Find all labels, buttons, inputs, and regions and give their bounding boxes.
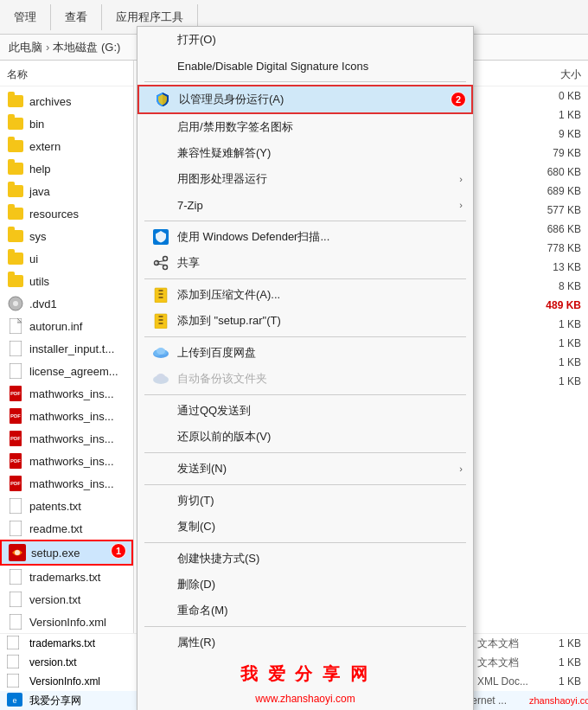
- file-item-pdf2[interactable]: PDF mathworks_ins...: [0, 405, 133, 427]
- menu-run-as-admin[interactable]: 以管理员身份运行(A) 2: [137, 85, 473, 114]
- svg-point-15: [163, 257, 168, 261]
- svg-rect-11: [10, 614, 22, 630]
- menu-create-shortcut[interactable]: 创建快捷方式(S): [137, 546, 473, 572]
- file-name-installer-input: installer_input.t...: [29, 342, 114, 355]
- menu-rename[interactable]: 重命名(M): [137, 598, 473, 624]
- menu-send-to[interactable]: 发送到(N) ›: [137, 456, 473, 482]
- file-item-utils[interactable]: utils: [0, 270, 133, 292]
- file-item-installer-input[interactable]: installer_input.t...: [0, 337, 133, 360]
- file-item-version[interactable]: version.txt: [0, 588, 133, 611]
- file-item-sys[interactable]: sys: [0, 225, 133, 247]
- file-item-setup[interactable]: setup.exe 1: [0, 540, 133, 566]
- name-versioninfo: VersionInfo.xml: [29, 675, 100, 688]
- rename-icon: [151, 602, 170, 619]
- menu-copy[interactable]: 复制(C): [137, 514, 473, 540]
- menu-rename-label: 重命名(M): [177, 603, 228, 618]
- file-name-ui: ui: [29, 253, 38, 265]
- menu-enable-digital[interactable]: 启用/禁用数字签名图标: [137, 114, 473, 140]
- menu-defender[interactable]: 使用 Windows Defender扫描...: [137, 224, 473, 250]
- file-item-readme[interactable]: readme.txt: [0, 517, 133, 540]
- menu-baidu-upload[interactable]: 上传到百度网盘: [137, 340, 473, 366]
- separator-5: [144, 394, 466, 395]
- file-item-java[interactable]: java: [0, 180, 133, 202]
- file-item-pdf1[interactable]: PDF mathworks_ins...: [0, 382, 133, 405]
- file-name-pdf1: mathworks_ins...: [29, 387, 114, 400]
- file-item-trademarks[interactable]: trademarks.txt: [0, 566, 133, 588]
- separator-6: [144, 452, 466, 453]
- menu-restore[interactable]: 还原以前的版本(V): [137, 424, 473, 450]
- file-item-pdf3[interactable]: PDF mathworks_ins...: [0, 427, 133, 450]
- menu-gpu[interactable]: 用图形处理器运行 ›: [137, 166, 473, 192]
- file-name-pdf5: mathworks_ins...: [29, 477, 114, 490]
- file-item-autorun[interactable]: autorun.inf: [0, 315, 133, 337]
- arrow-7zip: ›: [459, 200, 463, 210]
- separator-9: [144, 626, 466, 627]
- delete-icon: [151, 576, 170, 593]
- menu-auto-backup: 自动备份该文件夹: [137, 366, 473, 392]
- separator-1: [144, 81, 466, 82]
- file-item-resources[interactable]: resources: [0, 202, 133, 225]
- file-item-versioninfo[interactable]: VersionInfo.xml: [0, 611, 133, 633]
- file-item-help[interactable]: help: [0, 157, 133, 180]
- file-name-pdf3: mathworks_ins...: [29, 432, 114, 445]
- menu-qq-send[interactable]: 通过QQ发送到: [137, 398, 473, 424]
- watermark-text: 我 爱 分 享 网: [137, 656, 473, 693]
- svg-rect-9: [10, 569, 22, 585]
- menu-compat-label: 兼容性疑难解答(Y): [177, 145, 271, 161]
- baidu-cloud-icon: [151, 344, 170, 361]
- pdf-file-icon-2: PDF: [7, 407, 24, 425]
- xml-icon: [7, 613, 24, 630]
- folder-icon-archives: [7, 93, 24, 110]
- file-name-java: java: [29, 185, 50, 198]
- menu-properties[interactable]: 属性(R): [137, 630, 473, 656]
- text-file-icon-license: [7, 362, 24, 380]
- file-item-patents[interactable]: patents.txt: [0, 495, 133, 517]
- svg-point-17: [163, 265, 168, 270]
- watermark-url: www.zhanshaoyi.com: [137, 693, 473, 710]
- file-item-bin[interactable]: bin: [0, 112, 133, 135]
- menu-7zip[interactable]: 7-Zip ›: [137, 192, 473, 218]
- file-item-ui[interactable]: ui: [0, 247, 133, 270]
- svg-rect-21: [159, 290, 163, 291]
- folder-icon-bin: [7, 115, 24, 132]
- shortcut-icon: [151, 550, 170, 567]
- menu-open[interactable]: 打开(O): [137, 27, 473, 53]
- menu-share[interactable]: 共享: [137, 250, 473, 276]
- menu-delete[interactable]: 删除(D): [137, 572, 473, 598]
- icon-wafxw: e: [7, 693, 24, 709]
- txt-icon-version: [7, 591, 24, 608]
- menu-digital-sig-label: Enable/Disable Digital Signature Icons: [177, 60, 368, 73]
- text-file-icon-installer: [7, 340, 24, 357]
- separator-8: [144, 542, 466, 543]
- inf-file-icon: [7, 317, 24, 335]
- menu-add-rar[interactable]: 添加到 "setup.rar"(T): [137, 308, 473, 334]
- name-wafxw: 我爱分享网: [29, 694, 81, 708]
- file-item-extern[interactable]: extern: [0, 135, 133, 157]
- menu-cut[interactable]: 剪切(T): [137, 488, 473, 514]
- svg-rect-36: [7, 674, 19, 688]
- svg-rect-27: [159, 323, 163, 324]
- file-name-extern: extern: [29, 140, 61, 153]
- tab-view[interactable]: 查看: [51, 4, 102, 30]
- svg-rect-4: [10, 363, 22, 379]
- file-item-pdf4[interactable]: PDF mathworks_ins...: [0, 450, 133, 472]
- svg-rect-25: [159, 316, 163, 317]
- svg-point-33: [157, 374, 165, 381]
- file-item-dvd1[interactable]: .dvd1: [0, 292, 133, 315]
- address-drive: 本地磁盘 (G:): [53, 40, 120, 55]
- pdf-file-icon-5: PDF: [7, 475, 24, 492]
- arrow-sendto: ›: [459, 464, 463, 474]
- file-item-pdf5[interactable]: PDF mathworks_ins...: [0, 472, 133, 495]
- menu-compat[interactable]: 兼容性疑难解答(Y): [137, 140, 473, 166]
- restore-icon: [151, 428, 170, 445]
- icon-trademarks: [7, 636, 24, 652]
- size-versioninfo: 1 KB: [538, 675, 581, 688]
- menu-add-archive[interactable]: 添加到压缩文件(A)...: [137, 282, 473, 308]
- svg-rect-3: [10, 341, 22, 356]
- menu-digital-sig[interactable]: Enable/Disable Digital Signature Icons: [137, 53, 473, 79]
- file-name-archives: archives: [29, 95, 71, 108]
- tab-manage[interactable]: 管理: [0, 4, 51, 30]
- file-item-license[interactable]: license_agreem...: [0, 360, 133, 382]
- file-item-archives[interactable]: archives: [0, 90, 133, 112]
- pdf-file-icon-3: PDF: [7, 430, 24, 447]
